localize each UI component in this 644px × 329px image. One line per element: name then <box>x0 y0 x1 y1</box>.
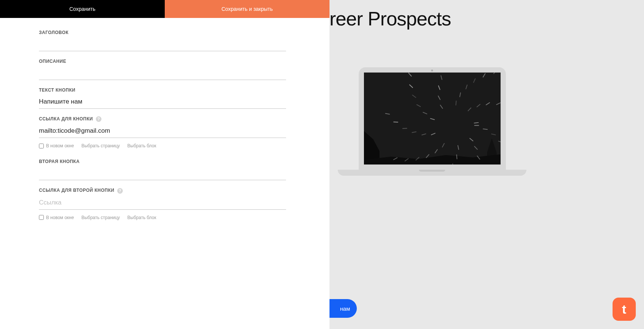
camera-icon <box>431 70 433 71</box>
label-description: ОПИСАНИЕ <box>39 59 291 64</box>
label-second-button-link-text: ССЫЛКА ДЛЯ ВТОРОЙ КНОПКИ <box>39 188 114 193</box>
input-second-button[interactable] <box>39 166 286 180</box>
new-window-check-input-2[interactable] <box>39 215 44 220</box>
new-window-label-1: В новом окне <box>46 143 74 148</box>
new-window-check-input-1[interactable] <box>39 144 44 148</box>
page-title: reer Prospects <box>329 7 451 30</box>
label-title: ЗАГОЛОВОК <box>39 30 291 35</box>
select-block-link-2[interactable]: Выбрать блок <box>127 215 156 220</box>
field-second-button: ВТОРАЯ КНОПКА <box>39 159 291 180</box>
new-window-label-2: В новом окне <box>46 215 74 220</box>
label-button-link-text: ССЫЛКА ДЛЯ КНОПКИ <box>39 116 93 122</box>
input-button-link[interactable] <box>39 124 286 138</box>
laptop-body <box>359 67 506 170</box>
field-description: ОПИСАНИЕ <box>39 59 291 80</box>
field-second-button-link: ССЫЛКА ДЛЯ ВТОРОЙ КНОПКИ ? В новом окне … <box>39 188 291 220</box>
laptop-notch <box>419 170 445 172</box>
input-title[interactable] <box>39 37 286 51</box>
label-button-text: ТЕКСТ КНОПКИ <box>39 87 291 93</box>
new-window-checkbox-1[interactable]: В новом окне <box>39 143 74 148</box>
label-second-button: ВТОРАЯ КНОПКА <box>39 159 291 164</box>
label-button-link: ССЫЛКА ДЛЯ КНОПКИ ? <box>39 116 291 122</box>
new-window-checkbox-2[interactable]: В новом окне <box>39 215 74 220</box>
laptop-base <box>338 170 526 176</box>
form-body: ЗАГОЛОВОК ОПИСАНИЕ ТЕКСТ КНОПКИ ССЫЛКА Д… <box>0 18 329 240</box>
field-button-text: ТЕКСТ КНОПКИ <box>39 87 291 109</box>
input-description[interactable] <box>39 66 286 80</box>
select-page-link-1[interactable]: Выбрать страницу <box>81 143 120 148</box>
field-button-link: ССЫЛКА ДЛЯ КНОПКИ ? В новом окне Выбрать… <box>39 116 291 148</box>
field-title: ЗАГОЛОВОК <box>39 30 291 51</box>
select-block-link-1[interactable]: Выбрать блок <box>127 143 156 148</box>
help-icon[interactable]: ? <box>96 116 101 122</box>
cta-button[interactable]: нам <box>329 299 357 318</box>
save-and-close-button[interactable]: Сохранить и закрыть <box>165 0 329 18</box>
laptop-mockup <box>338 67 526 176</box>
label-second-button-link: ССЫЛКА ДЛЯ ВТОРОЙ КНОПКИ ? <box>39 188 291 193</box>
link-options-2: В новом окне Выбрать страницу Выбрать бл… <box>39 215 291 220</box>
toolbar: Сохранить Сохранить и закрыть <box>0 0 329 18</box>
input-button-text[interactable] <box>39 95 286 109</box>
tilda-badge-icon[interactable]: t <box>613 298 636 321</box>
input-second-button-link[interactable] <box>39 196 286 210</box>
help-icon[interactable]: ? <box>117 188 123 194</box>
save-button[interactable]: Сохранить <box>0 0 165 18</box>
laptop-screen <box>364 73 501 164</box>
link-options-1: В новом окне Выбрать страницу Выбрать бл… <box>39 143 291 148</box>
horizon-silhouette-icon <box>364 149 501 164</box>
preview-panel: reer Prospects нам <box>329 0 644 329</box>
editor-panel: Сохранить Сохранить и закрыть ЗАГОЛОВОК … <box>0 0 329 329</box>
select-page-link-2[interactable]: Выбрать страницу <box>81 215 120 220</box>
